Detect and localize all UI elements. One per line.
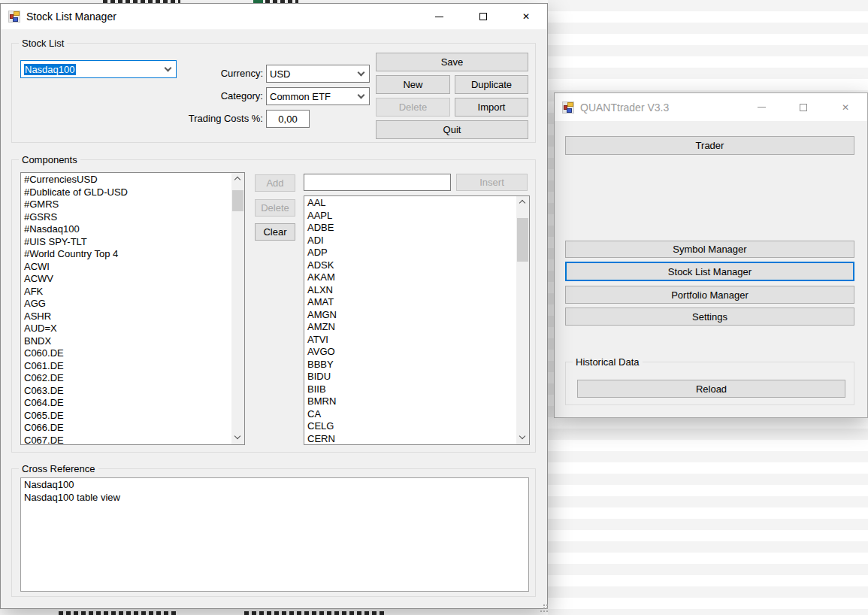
list-item[interactable]: AKAM [304,271,516,284]
list-item[interactable]: AFK [21,286,231,298]
scrollbar-thumb[interactable] [232,190,243,211]
list-item[interactable]: C064.DE [21,397,231,410]
list-item[interactable]: ATVI [304,334,516,347]
list-item[interactable]: CELG [304,420,516,433]
quanttrader-window: QUANTtrader V3.3 ✕ Trader Symbol Manager… [554,92,868,418]
list-item[interactable]: ADBE [304,222,516,235]
minimize-button[interactable] [745,93,778,121]
maximize-button[interactable] [467,4,500,29]
list-item[interactable]: C065.DE [21,410,231,423]
list-item[interactable]: C066.DE [21,422,231,435]
list-item[interactable]: ACWV [21,273,231,286]
list-item[interactable]: BNDX [21,335,231,348]
import-button[interactable]: Import [455,98,528,117]
insert-button[interactable]: Insert [456,174,528,191]
list-item[interactable]: ACWI [21,261,231,274]
quit-button[interactable]: Quit [376,120,528,139]
vertical-scrollbar[interactable] [516,196,529,444]
list-item[interactable]: Nasdaq100 table view [21,492,528,504]
add-button[interactable]: Add [255,174,295,192]
list-item[interactable]: ADSK [304,259,516,272]
list-item[interactable]: C061.DE [21,360,231,373]
list-item[interactable]: CERN [304,433,516,445]
stock-list-manager-button[interactable]: Stock List Manager [565,262,854,281]
list-item[interactable]: #GMRS [21,198,231,211]
delete-component-button[interactable]: Delete [255,199,295,217]
list-item[interactable]: ASHR [21,311,231,323]
scroll-down-arrow[interactable] [516,432,529,444]
historical-data-label: Historical Data [573,356,643,368]
list-item[interactable]: BIDU [304,371,516,383]
chevron-down-icon [358,92,365,99]
stock-lists-items: #CurrenciesUSD#Dublicate of GLD-USD#GMRS… [21,174,231,444]
chevron-down-icon [234,433,240,439]
list-item[interactable]: BBBY [304,359,516,371]
list-item[interactable]: #GSRS [21,211,231,224]
combo-selected-text: USD [270,68,290,80]
list-item[interactable]: #CurrenciesUSD [21,174,231,186]
list-item[interactable]: ADI [304,235,516,247]
quanttrader-titlebar[interactable]: QUANTtrader V3.3 ✕ [555,93,867,121]
delete-button[interactable]: Delete [376,98,450,117]
trading-costs-field[interactable] [266,110,310,128]
portfolio-manager-button[interactable]: Portfolio Manager [565,286,854,304]
list-item[interactable]: BIIB [304,383,516,396]
list-item[interactable]: CA [304,408,516,421]
category-combobox[interactable]: Common ETF [266,87,370,105]
list-item[interactable]: C060.DE [21,347,231,360]
chevron-up-icon [519,200,525,206]
scrollbar-thumb[interactable] [517,218,528,262]
symbol-manager-button[interactable]: Symbol Manager [565,241,854,258]
list-item[interactable]: AMZN [304,321,516,334]
currency-combobox[interactable]: USD [266,65,370,83]
list-item[interactable]: AMAT [304,296,516,309]
list-item[interactable]: #UIS SPY-TLT [21,236,231,249]
list-item[interactable]: #Dublicate of GLD-USD [21,186,231,199]
symbols-listbox[interactable]: AALAAPLADBEADIADPADSKAKAMALXNAMATAMGNAMZ… [304,195,530,445]
close-button[interactable]: ✕ [829,93,862,121]
scroll-up-arrow[interactable] [516,196,529,209]
list-item[interactable]: C062.DE [21,372,231,385]
list-item[interactable]: AAL [304,197,516,210]
cross-reference-listbox[interactable]: Nasdaq100Nasdaq100 table view [20,477,529,592]
maximize-button[interactable] [787,93,820,121]
list-item[interactable]: ALXN [304,284,516,297]
background-window-fragment [59,611,179,615]
list-item[interactable]: AUD=X [21,323,231,335]
resize-grip[interactable] [543,604,545,606]
currency-label: Currency: [162,68,263,79]
list-item[interactable]: C063.DE [21,385,231,398]
cross-reference-group: Cross Reference Nasdaq100Nasdaq100 table… [11,468,536,597]
list-item[interactable]: Nasdaq100 [21,479,528,492]
list-item[interactable]: AMGN [304,309,516,322]
stock-lists-listbox[interactable]: #CurrenciesUSD#Dublicate of GLD-USD#GMRS… [20,172,245,445]
duplicate-button[interactable]: Duplicate [455,75,528,94]
stock-list-combobox[interactable]: Nasdaq100 [20,60,177,78]
symbols-items: AALAAPLADBEADIADPADSKAKAMALXNAMATAMGNAMZ… [304,197,516,444]
scroll-down-arrow[interactable] [231,432,244,444]
list-item[interactable]: #Nasdaq100 [21,223,231,236]
reload-button[interactable]: Reload [577,380,845,398]
list-item[interactable]: ADP [304,247,516,259]
trader-button[interactable]: Trader [565,136,854,155]
components-group: Components #CurrenciesUSD#Dublicate of G… [11,159,536,453]
save-button[interactable]: Save [376,53,528,71]
close-button[interactable]: ✕ [510,4,543,29]
minimize-button[interactable] [422,4,455,29]
list-item[interactable]: AGG [21,298,231,311]
symbol-input[interactable] [304,174,451,191]
scroll-up-arrow[interactable] [231,173,244,186]
clear-button[interactable]: Clear [255,223,295,241]
slm-titlebar[interactable]: Stock List Manager ✕ [1,4,547,29]
window-title: QUANTtrader V3.3 [580,101,669,114]
settings-button[interactable]: Settings [565,308,854,326]
chevron-down-icon [358,69,365,77]
list-item[interactable]: AVGO [304,346,516,359]
list-item[interactable]: AAPL [304,210,516,223]
new-button[interactable]: New [376,75,450,94]
vertical-scrollbar[interactable] [231,173,244,444]
list-item[interactable]: #World Country Top 4 [21,248,231,261]
maximize-icon [479,13,487,20]
list-item[interactable]: C067.DE [21,435,231,445]
list-item[interactable]: BMRN [304,395,516,408]
